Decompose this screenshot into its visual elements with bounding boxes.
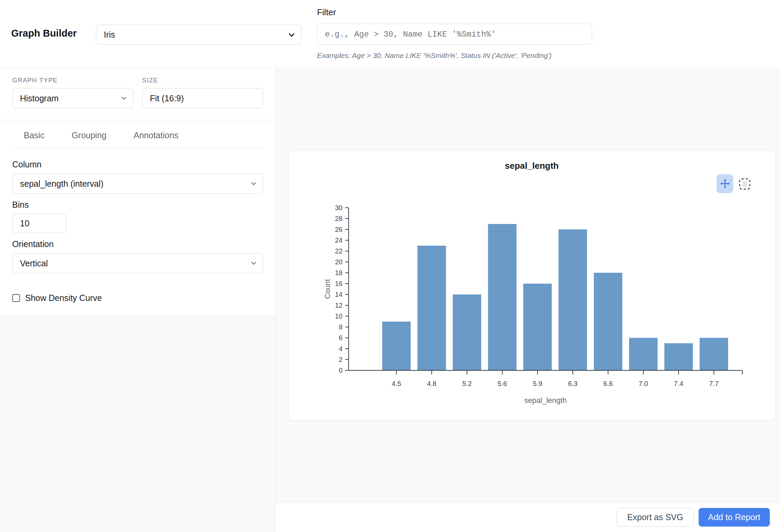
y-tick-label: 6 bbox=[339, 334, 343, 342]
filter-input[interactable] bbox=[316, 24, 592, 45]
chevron-down-icon bbox=[289, 31, 295, 37]
box-select-icon bbox=[738, 178, 751, 190]
box-select-tool-button[interactable] bbox=[738, 177, 752, 191]
graph-type-value: Histogram bbox=[20, 94, 59, 103]
graph-builder-app: Graph Builder Iris Filter Examples: Age … bbox=[0, 0, 780, 532]
graph-type-select[interactable]: Histogram bbox=[12, 88, 133, 108]
page-title: Graph Builder bbox=[11, 28, 77, 39]
app-header: Graph Builder Iris Filter Examples: Age … bbox=[0, 0, 780, 67]
histogram-bar[interactable] bbox=[453, 294, 481, 370]
tab-grouping[interactable]: Grouping bbox=[72, 130, 106, 140]
y-tick-label: 12 bbox=[335, 302, 343, 309]
tab-annotations[interactable]: Annotations bbox=[134, 130, 178, 140]
y-tick-label: 20 bbox=[335, 258, 343, 266]
histogram-bar[interactable] bbox=[664, 343, 693, 370]
x-tick-label: 7.7 bbox=[709, 380, 719, 387]
canvas-area: 0246810121416182022242628304.54.85.25.65… bbox=[276, 67, 780, 532]
export-svg-button[interactable]: Export as SVG bbox=[617, 508, 694, 527]
orientation-label: Orientation bbox=[12, 239, 263, 249]
column-select-value: sepal_length (interval) bbox=[20, 179, 103, 189]
chevron-down-icon bbox=[121, 95, 126, 100]
column-select[interactable]: sepal_length (interval) bbox=[12, 173, 263, 194]
histogram-bar[interactable] bbox=[523, 284, 552, 370]
y-tick-label: 8 bbox=[339, 323, 343, 331]
orientation-select-value: Vertical bbox=[20, 259, 48, 268]
x-tick-label: 5.6 bbox=[498, 380, 507, 387]
column-label: Column bbox=[12, 160, 263, 169]
orientation-select[interactable]: Vertical bbox=[12, 253, 263, 273]
sidebar-empty-area bbox=[0, 316, 275, 532]
size-group: SIZE bbox=[142, 77, 263, 108]
x-tick-label: 6.6 bbox=[603, 380, 613, 387]
x-tick-label: 5.2 bbox=[462, 380, 472, 387]
x-tick-label: 4.5 bbox=[392, 380, 401, 387]
y-tick-label: 30 bbox=[335, 204, 343, 211]
graph-type-label: GRAPH TYPE bbox=[12, 77, 133, 84]
filter-label: Filter bbox=[317, 7, 336, 17]
move-arrows-icon bbox=[720, 179, 730, 189]
y-tick-label: 14 bbox=[335, 291, 343, 298]
histogram-plot[interactable]: 0246810121416182022242628304.54.85.25.65… bbox=[289, 150, 776, 421]
add-to-report-button[interactable]: Add to Report bbox=[699, 508, 770, 527]
x-tick-label: 4.8 bbox=[427, 380, 436, 387]
density-checkbox[interactable] bbox=[12, 294, 20, 302]
histogram-bar[interactable] bbox=[382, 322, 411, 370]
chevron-down-icon bbox=[251, 260, 256, 265]
y-tick-label: 26 bbox=[335, 226, 343, 233]
y-tick-label: 24 bbox=[335, 237, 343, 244]
histogram-bar[interactable] bbox=[488, 224, 516, 370]
x-tick-label: 6.3 bbox=[568, 380, 578, 387]
graph-type-group: GRAPH TYPE Histogram bbox=[12, 77, 133, 108]
y-tick-label: 18 bbox=[335, 269, 343, 277]
chevron-down-icon bbox=[251, 180, 256, 185]
chart-card: 0246810121416182022242628304.54.85.25.65… bbox=[288, 150, 775, 421]
histogram-bar[interactable] bbox=[594, 273, 622, 370]
histogram-bar[interactable] bbox=[417, 246, 446, 370]
sidebar-controls: GRAPH TYPE Histogram SIZE Basic Grouping… bbox=[0, 68, 275, 316]
histogram-bar[interactable] bbox=[629, 338, 658, 370]
x-tick-label: 5.9 bbox=[533, 380, 542, 387]
bins-input[interactable] bbox=[12, 214, 66, 233]
x-tick-label: 7.4 bbox=[674, 380, 683, 387]
density-curve-row: Show Density Curve bbox=[12, 293, 263, 303]
sidebar: GRAPH TYPE Histogram SIZE Basic Grouping… bbox=[0, 67, 276, 532]
y-tick-label: 4 bbox=[339, 345, 343, 352]
y-tick-label: 0 bbox=[339, 367, 343, 374]
density-checkbox-label: Show Density Curve bbox=[25, 293, 102, 303]
histogram-bar[interactable] bbox=[700, 338, 728, 370]
pan-tool-button[interactable] bbox=[717, 174, 733, 193]
x-axis-title: sepal_length bbox=[524, 396, 567, 405]
y-tick-label: 22 bbox=[335, 247, 343, 255]
histogram-bar[interactable] bbox=[559, 229, 587, 370]
bins-label: Bins bbox=[12, 200, 263, 210]
sidebar-tabs: Basic Grouping Annotations bbox=[12, 120, 264, 149]
chart-title: sepal_length bbox=[289, 161, 775, 171]
y-tick-label: 28 bbox=[335, 215, 343, 222]
y-tick-label: 10 bbox=[335, 312, 343, 320]
x-tick-label: 7.0 bbox=[639, 380, 648, 387]
y-axis-title: Count bbox=[323, 279, 332, 299]
basic-tab-fields: Column sepal_length (interval) Bins Orie… bbox=[0, 149, 275, 303]
y-tick-label: 2 bbox=[339, 356, 343, 363]
y-tick-label: 16 bbox=[335, 280, 343, 287]
size-label: SIZE bbox=[142, 77, 263, 84]
tab-basic[interactable]: Basic bbox=[24, 130, 44, 140]
dataset-select-value: Iris bbox=[104, 30, 115, 40]
dataset-select[interactable]: Iris bbox=[96, 25, 301, 45]
graph-type-size-row: GRAPH TYPE Histogram SIZE bbox=[0, 68, 275, 120]
filter-examples-text: Examples: Age > 30, Name LIKE '%Smith%',… bbox=[317, 52, 552, 60]
size-input[interactable] bbox=[142, 88, 263, 108]
action-footer: Export as SVG Add to Report bbox=[276, 502, 780, 532]
